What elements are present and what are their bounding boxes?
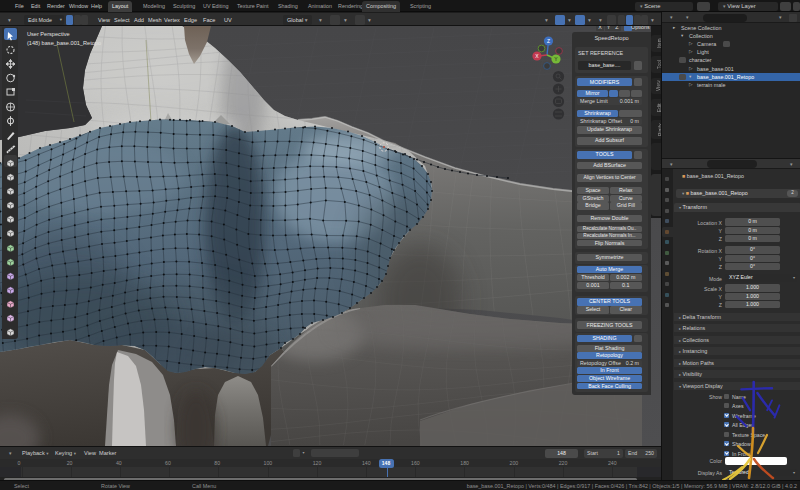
svg-text:Z: Z	[547, 38, 550, 44]
